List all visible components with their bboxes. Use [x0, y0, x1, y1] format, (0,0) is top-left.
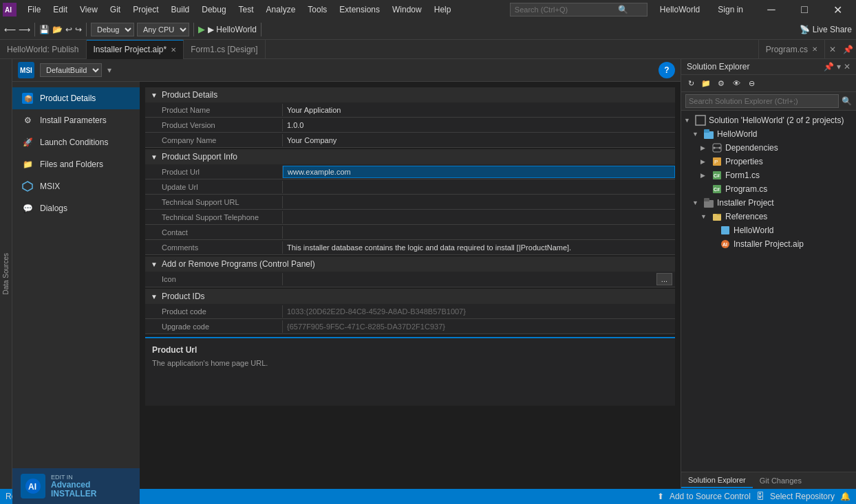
nav-launch-conditions[interactable]: 🚀 Launch Conditions [12, 131, 140, 153]
tree-installer-aip[interactable]: AI Installer Project.aip [681, 237, 856, 251]
nav-product-details[interactable]: 📦 Product Details [12, 87, 140, 109]
field-contact-value[interactable] [283, 231, 675, 234]
tab-installer-close[interactable]: ✕ [171, 46, 176, 54]
source-control-icon: ⬆ [657, 492, 664, 501]
app-logo: AI [3, 3, 17, 17]
tab-program-close[interactable]: ✕ [812, 45, 817, 53]
platform-selector[interactable]: Any CPU [137, 23, 189, 36]
search-input[interactable] [515, 6, 618, 14]
toolbar-back[interactable]: ⟵ [4, 25, 16, 34]
tab-program[interactable]: Program.cs ✕ [759, 40, 825, 59]
close-program-icon[interactable]: ✕ [825, 45, 840, 54]
sol-sync-button[interactable]: ↻ [684, 76, 698, 90]
tree-dependencies-arrow: ▶ [700, 144, 709, 151]
nav-install-parameters[interactable]: ⚙ Install Parameters [12, 109, 140, 131]
sign-in-text[interactable]: Sign in [712, 3, 749, 16]
menu-extensions[interactable]: Extensions [334, 3, 385, 16]
menu-test[interactable]: Test [233, 3, 259, 16]
field-tech-support-phone: Technical Support Telephone [145, 210, 675, 225]
section-product-support-header[interactable]: ▼ Product Support Info [145, 149, 675, 164]
maximize-button[interactable]: □ [789, 0, 820, 19]
menu-project[interactable]: Project [127, 3, 164, 16]
field-tech-support-url-value[interactable] [283, 201, 675, 204]
select-repo-label[interactable]: Select Repository [770, 492, 835, 501]
menu-tools[interactable]: Tools [302, 3, 332, 16]
minimize-button[interactable]: ─ [756, 0, 787, 19]
sol-collapse-button[interactable]: ⊖ [745, 76, 758, 90]
nav-msix[interactable]: MSIX [12, 175, 140, 197]
field-product-url-value[interactable]: www.example.com [283, 166, 675, 178]
nav-msix-label: MSIX [40, 182, 60, 191]
toolbar-forward[interactable]: ⟶ [19, 25, 30, 34]
menu-analyze[interactable]: Analyze [261, 3, 301, 16]
solution-search-input[interactable] [685, 94, 839, 108]
menu-edit[interactable]: Edit [47, 3, 73, 16]
pin-icon[interactable]: 📌 [824, 62, 834, 72]
field-product-name-value[interactable]: Your Application [283, 105, 675, 116]
menu-build[interactable]: Build [166, 3, 195, 16]
toolbar: ⟵ ⟶ 💾 📂 ↩ ↪ Debug Any CPU ▶ ▶ HelloWorld… [0, 19, 856, 40]
toolbar-save[interactable]: 💾 [39, 25, 50, 34]
nav-product-details-label: Product Details [40, 94, 96, 103]
section-add-remove-header[interactable]: ▼ Add or Remove Programs (Control Panel) [145, 256, 675, 272]
tree-installer-project[interactable]: ▼ Installer Project [681, 196, 856, 210]
field-company-name-value[interactable]: Your Company [283, 135, 675, 146]
section-product-details-header[interactable]: ▼ Product Details [145, 87, 675, 102]
tab-publish[interactable]: HelloWorld: Publish [0, 40, 87, 59]
ai-promo[interactable]: AI EDIT IN AdvancedINSTALLER [12, 468, 140, 489]
menu-debug[interactable]: Debug [196, 3, 231, 16]
run-button[interactable]: ▶ [198, 24, 205, 34]
toolbar-undo[interactable]: ↩ [65, 25, 72, 34]
live-share-button[interactable]: 📡 Live Share [800, 25, 852, 34]
sol-preview-button[interactable]: 👁 [729, 76, 743, 90]
tree-properties[interactable]: ▶ P Properties [681, 155, 856, 168]
global-search[interactable]: 🔍 [510, 3, 648, 17]
field-icon-value[interactable]: ... [283, 272, 675, 287]
field-update-url-value[interactable] [283, 186, 675, 188]
tree-dependencies[interactable]: ▶ Dependencies [681, 141, 856, 155]
icon-browse-button[interactable]: ... [656, 273, 672, 285]
field-tech-support-phone-value[interactable] [283, 216, 675, 219]
build-selector[interactable]: DefaultBuild [40, 63, 102, 77]
section-product-ids-header[interactable]: ▼ Product IDs [145, 289, 675, 304]
solution-explorer-tab[interactable]: Solution Explorer [681, 473, 753, 488]
bell-icon[interactable]: 🔔 [840, 492, 850, 501]
menu-view[interactable]: View [74, 3, 103, 16]
field-product-version-value[interactable]: 1.0.0 [283, 120, 675, 131]
menu-help[interactable]: Help [429, 3, 457, 16]
programcs-icon: C# [711, 184, 723, 195]
tree-solution-root[interactable]: ▼ Solution 'HelloWorld' (2 of 2 projects… [681, 113, 856, 127]
config-selector[interactable]: Debug [91, 23, 134, 36]
help-button[interactable]: ? [659, 62, 675, 78]
tab-form[interactable]: Form1.cs [Design] [184, 40, 265, 59]
tree-references[interactable]: ▼ References [681, 210, 856, 223]
field-comments-value[interactable]: This installer database contains the log… [283, 242, 675, 253]
nav-files-folders[interactable]: 📁 Files and Folders [12, 153, 140, 175]
chevron-down-icon[interactable]: ▾ [837, 62, 841, 72]
tree-programcs[interactable]: C# Program.cs [681, 182, 856, 196]
sol-filter-button[interactable]: ⚙ [714, 76, 728, 90]
menu-file[interactable]: File [22, 3, 46, 16]
close-icon[interactable]: ✕ [844, 62, 850, 72]
chevron-down-icon[interactable]: ▾ [107, 65, 111, 75]
field-company-name: Company Name Your Company [145, 133, 675, 148]
pin-icon[interactable]: 📌 [840, 45, 856, 54]
solution-tree: ▼ Solution 'HelloWorld' (2 of 2 projects… [681, 111, 856, 472]
toolbar-redo[interactable]: ↪ [75, 25, 82, 34]
menu-window[interactable]: Window [387, 3, 427, 16]
sol-folder-button[interactable]: 📁 [699, 76, 713, 90]
git-changes-tab[interactable]: Git Changes [753, 474, 809, 487]
solution-header-controls: 📌 ▾ ✕ [824, 62, 850, 72]
source-control-label[interactable]: Add to Source Control [670, 492, 751, 501]
tree-helloworld-ref[interactable]: HelloWorld [681, 223, 856, 237]
nav-dialogs[interactable]: 💬 Dialogs [12, 197, 140, 219]
tab-bar: HelloWorld: Publish Installer Project.ai… [0, 40, 856, 59]
close-button[interactable]: ✕ [822, 0, 853, 19]
data-sources-panel[interactable]: Data Sources [0, 59, 12, 489]
menu-git[interactable]: Git [105, 3, 126, 16]
sign-in-link[interactable]: HelloWorld [654, 3, 705, 16]
tree-helloworld[interactable]: ▼ HelloWorld [681, 127, 856, 141]
tab-installer[interactable]: Installer Project.aip* ✕ [87, 40, 184, 59]
toolbar-open[interactable]: 📂 [52, 25, 63, 34]
tree-form1[interactable]: ▶ C# Form1.cs [681, 168, 856, 182]
